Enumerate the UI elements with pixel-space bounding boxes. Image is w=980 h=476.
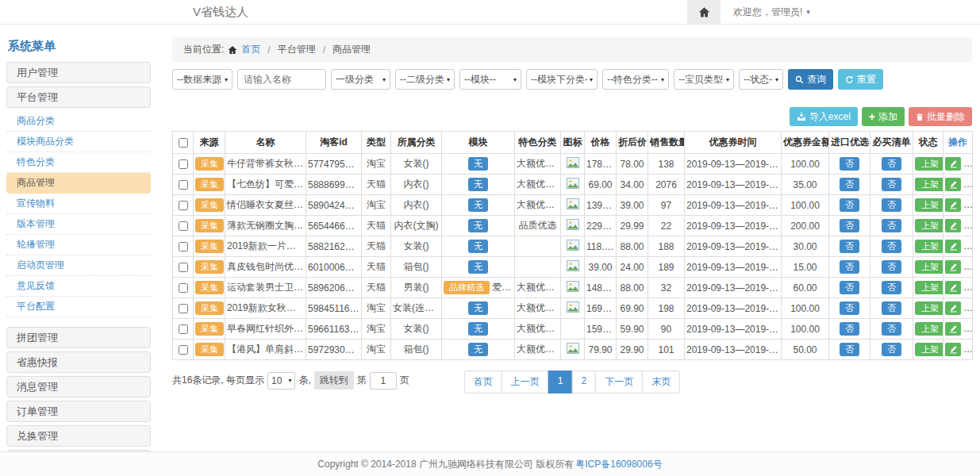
filter-select[interactable]: --二级分类--▾ (395, 69, 455, 90)
filter-select[interactable]: --模块下分类--▾ (526, 69, 598, 90)
breadcrumb-home-link[interactable]: 首页 (241, 43, 260, 56)
status-button[interactable]: 上架 (915, 301, 943, 315)
select-all-checkbox[interactable] (179, 138, 188, 148)
sidebar-item-消息管理[interactable]: 消息管理 (6, 376, 151, 397)
edit-button[interactable] (945, 178, 961, 191)
filter-select[interactable]: 一级分类▾ (331, 69, 390, 90)
filter-select[interactable]: --特色分类--▾ (602, 69, 669, 90)
no-badge[interactable]: 否 (840, 322, 859, 336)
no-badge[interactable]: 否 (882, 281, 901, 294)
row-checkbox[interactable] (179, 304, 188, 313)
reset-button[interactable]: 重置 (838, 69, 883, 90)
status-button[interactable]: 上架 (915, 240, 943, 253)
row-checkbox[interactable] (179, 283, 188, 293)
row-checkbox[interactable] (179, 242, 188, 251)
row-checkbox[interactable] (179, 263, 188, 272)
no-badge[interactable]: 否 (840, 178, 859, 191)
batch-delete-button[interactable]: 批量删除 (909, 107, 972, 126)
sales-cell: 189 (648, 257, 685, 278)
page-button-首页[interactable]: 首页 (464, 370, 502, 393)
sales-cell: 97 (648, 195, 685, 216)
edit-button[interactable] (945, 281, 961, 294)
no-badge[interactable]: 否 (882, 343, 901, 356)
home-button[interactable] (687, 0, 721, 24)
icp-link[interactable]: 粤ICP备16098006号 (575, 458, 662, 471)
edit-button[interactable] (945, 240, 961, 253)
row-checkbox[interactable] (179, 345, 188, 355)
sidebar-item-拼团管理[interactable]: 拼团管理 (6, 327, 151, 348)
row-checkbox[interactable] (179, 180, 188, 190)
status-button[interactable]: 上架 (915, 198, 943, 212)
status-button[interactable]: 上架 (915, 343, 943, 356)
no-badge[interactable]: 否 (882, 322, 901, 336)
no-badge[interactable]: 否 (882, 260, 901, 274)
edit-button[interactable] (945, 343, 961, 356)
edit-button[interactable] (945, 198, 961, 212)
row-checkbox-cell (173, 195, 194, 216)
sidebar-item-订单管理[interactable]: 订单管理 (6, 401, 151, 422)
filter-select[interactable]: --状态--▾ (739, 69, 783, 90)
no-badge[interactable]: 否 (882, 178, 901, 191)
sidebar-item-意见反馈[interactable]: 意见反馈 (6, 276, 151, 297)
no-badge[interactable]: 否 (840, 281, 859, 294)
sidebar-item-宣传物料[interactable]: 宣传物料 (6, 194, 151, 214)
no-badge[interactable]: 否 (840, 219, 859, 232)
sidebar-item-平台管理[interactable]: 平台管理 (6, 86, 151, 108)
status-button[interactable]: 上架 (915, 322, 943, 336)
row-checkbox[interactable] (179, 201, 188, 210)
no-badge[interactable]: 否 (840, 260, 859, 274)
row-checkbox[interactable] (179, 159, 188, 169)
no-badge[interactable]: 否 (840, 198, 859, 212)
sidebar-item-兑换管理[interactable]: 兑换管理 (6, 425, 151, 447)
status-button[interactable]: 上架 (915, 260, 943, 274)
no-badge[interactable]: 否 (882, 301, 901, 315)
filter-select[interactable]: --宝贝类型--▾ (674, 69, 734, 90)
search-input[interactable] (237, 69, 326, 90)
search-button[interactable]: 查询 (788, 69, 833, 90)
status-button[interactable]: 上架 (915, 219, 943, 232)
edit-button[interactable] (945, 219, 961, 232)
sidebar-item-用户管理[interactable]: 用户管理 (6, 62, 151, 83)
no-badge[interactable]: 否 (882, 240, 901, 253)
import-excel-button[interactable]: 导入excel (790, 107, 858, 126)
status-button[interactable]: 上架 (915, 178, 943, 191)
user-menu[interactable]: 欢迎您，管理员! ▾ (733, 6, 810, 19)
no-badge[interactable]: 否 (882, 219, 901, 232)
page-input[interactable] (370, 372, 397, 390)
no-badge[interactable]: 否 (882, 198, 901, 212)
status-button[interactable]: 上架 (915, 157, 943, 171)
no-badge[interactable]: 否 (840, 301, 859, 315)
status-button[interactable]: 上架 (915, 281, 943, 294)
no-badge[interactable]: 否 (840, 157, 859, 171)
add-button[interactable]: + 添加 (862, 107, 905, 126)
no-badge[interactable]: 否 (840, 240, 859, 253)
sidebar-item-特色分类[interactable]: 特色分类 (6, 152, 151, 173)
no-badge[interactable]: 否 (882, 157, 901, 171)
filter-select[interactable]: --模块--▾ (459, 69, 521, 90)
no-badge[interactable]: 否 (840, 343, 859, 356)
edit-button[interactable] (945, 301, 961, 315)
edit-icon (949, 263, 958, 271)
edit-button[interactable] (945, 157, 961, 171)
row-checkbox[interactable] (179, 221, 188, 231)
sidebar-item-轮播管理[interactable]: 轮播管理 (6, 235, 151, 255)
page-button-上一页[interactable]: 上一页 (502, 370, 549, 393)
sidebar-item-商品管理[interactable]: 商品管理 (6, 173, 151, 194)
sidebar-item-平台配置[interactable]: 平台配置 (6, 297, 151, 317)
edit-button[interactable] (945, 260, 961, 274)
sidebar-item-启动页管理[interactable]: 启动页管理 (6, 255, 151, 276)
coupon-amount-cell: 100.00 (782, 319, 829, 340)
page-button-1[interactable]: 1 (548, 370, 573, 393)
per-page-select[interactable]: 10 ▾ (267, 372, 295, 390)
sidebar-item-商品分类[interactable]: 商品分类 (6, 111, 151, 132)
page-button-下一页[interactable]: 下一页 (595, 370, 643, 393)
page-button-2[interactable]: 2 (572, 370, 597, 393)
page-button-末页[interactable]: 末页 (642, 370, 680, 393)
sidebar-item-版本管理[interactable]: 版本管理 (6, 214, 151, 235)
sidebar-item-模块商品分类[interactable]: 模块商品分类 (6, 132, 151, 152)
jump-button[interactable]: 跳转到 (314, 371, 354, 390)
sidebar-item-省惠快报[interactable]: 省惠快报 (6, 351, 151, 373)
row-checkbox[interactable] (179, 324, 188, 334)
edit-button[interactable] (945, 322, 961, 336)
filter-select[interactable]: --数据来源--▾ (172, 69, 233, 90)
